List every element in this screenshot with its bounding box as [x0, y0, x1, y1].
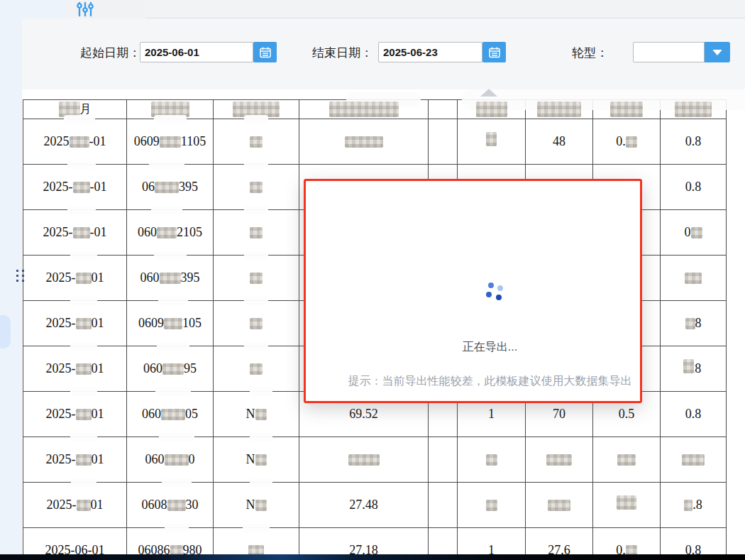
- table-cell: [429, 483, 458, 528]
- table-cell: 27.48: [299, 483, 429, 528]
- table-cell: N: [214, 392, 299, 437]
- cell-text: 01: [92, 316, 104, 331]
- cell-text: 060: [142, 407, 161, 422]
- cell-text: 060: [145, 452, 165, 467]
- cell-text: 01: [92, 452, 104, 467]
- table-cell: [526, 437, 593, 483]
- redacted-blur: [155, 182, 179, 193]
- redacted-blur: [77, 500, 91, 511]
- table-cell: 2025-01: [23, 437, 127, 483]
- cell-text: 0.8: [685, 180, 702, 194]
- redacted-blur: [250, 363, 263, 375]
- redacted-blur: [691, 227, 702, 238]
- collapse-chevron-up-icon[interactable]: [480, 89, 497, 97]
- redacted-blur: [76, 273, 92, 284]
- redacted-blur: [160, 136, 181, 148]
- redacted-blur: [76, 318, 92, 329]
- table-cell: 0600: [127, 437, 214, 483]
- redacted-blur: [255, 500, 267, 511]
- cell-text: 2025-: [43, 225, 73, 240]
- table-cell: [661, 256, 727, 301]
- tab-filter-panel[interactable]: [66, 0, 145, 18]
- partially-redacted-text: 0: [685, 361, 692, 376]
- end-date-calendar-button[interactable]: [482, 42, 506, 62]
- tab-bar: [0, 0, 745, 18]
- table-cell: 2025--01: [23, 165, 127, 210]
- filter-sliders-icon: [74, 1, 97, 17]
- cell-text: 30: [186, 498, 199, 512]
- redacted-blur: [537, 101, 581, 117]
- table-cell: [526, 483, 593, 528]
- table-row: 2025-01060830N27.480.5.8: [23, 483, 727, 528]
- cell-text: 060: [140, 270, 160, 285]
- end-date-label: 结束日期：: [312, 45, 372, 61]
- cell-text: 48: [553, 134, 565, 149]
- redacted-blur: [476, 101, 507, 117]
- start-date-calendar-button[interactable]: [253, 42, 277, 62]
- table-cell: 06005: [127, 392, 214, 437]
- table-cell: [458, 483, 526, 528]
- start-date-input[interactable]: [140, 42, 253, 62]
- table-cell: 2025-01: [23, 392, 127, 437]
- table-cell: 48: [526, 119, 593, 165]
- cell-text: 0: [685, 225, 691, 240]
- export-progress-dialog: 正在导出... 提示：当前导出性能较差，此模板建议使用大数据集导出: [304, 179, 642, 403]
- redacted-blur: [250, 318, 263, 329]
- table-cell: [458, 437, 526, 483]
- cell-text: 395: [181, 270, 200, 285]
- cell-text: 1105: [181, 134, 206, 149]
- cell-text: 395: [179, 180, 198, 194]
- table-cell: N: [214, 483, 299, 528]
- redacted-blur: [546, 454, 572, 466]
- table-cell: 2025-01: [23, 256, 127, 301]
- table-cell: [299, 437, 429, 483]
- cell-text: 0.: [616, 134, 626, 149]
- redacted-blur: [626, 136, 637, 148]
- redacted-blur: [675, 101, 712, 117]
- table-cell: 0.8: [661, 119, 727, 165]
- table-cell: [593, 437, 661, 483]
- redacted-blur: [165, 454, 189, 466]
- cell-text: 1: [488, 407, 495, 422]
- redacted-blur: [610, 101, 643, 117]
- table-cell: 0.: [593, 119, 661, 165]
- cell-text: 01: [92, 407, 104, 422]
- table-cell: [214, 119, 299, 165]
- table-cell: 0.8: [661, 165, 727, 210]
- redacted-blur: [685, 273, 702, 284]
- table-cell: [214, 210, 299, 256]
- cell-text: -01: [90, 225, 107, 240]
- cell-text: 27.48: [349, 498, 378, 512]
- end-date-input[interactable]: [378, 42, 482, 62]
- redacted-blur: [157, 227, 177, 238]
- redacted-blur: [548, 500, 570, 511]
- partially-redacted-text: 0.5: [619, 498, 635, 512]
- table-row: 2025-010600N: [23, 437, 727, 483]
- cell-text: 01: [92, 361, 104, 376]
- cell-text: 2025-: [47, 498, 77, 512]
- cell-text: 0.8: [685, 134, 702, 149]
- table-cell: 8: [661, 301, 727, 346]
- side-panel-handle[interactable]: [0, 315, 11, 348]
- calendar-icon: [259, 46, 272, 59]
- cell-text: 2025-: [46, 407, 76, 422]
- cell-text: 2025-: [46, 270, 76, 285]
- cell-text: 2025-: [46, 316, 76, 331]
- table-cell: .8: [661, 483, 727, 528]
- wheel-type-select[interactable]: [633, 42, 705, 62]
- cell-text: 2025: [44, 134, 70, 149]
- table-cell: N: [214, 437, 299, 483]
- redacted-blur: [250, 227, 263, 238]
- cell-text: 95: [184, 361, 197, 376]
- table-cell: 06395: [127, 165, 214, 210]
- redacted-blur: [160, 273, 181, 284]
- redacted-blur: [76, 409, 92, 420]
- drag-handle-icon[interactable]: [16, 270, 26, 284]
- wheel-type-dropdown-button[interactable]: [705, 42, 730, 62]
- table-cell: 06091105: [127, 119, 214, 165]
- cell-text: -01: [90, 180, 107, 194]
- cell-text: 05: [185, 407, 198, 422]
- table-cell: 2025--01: [23, 210, 127, 256]
- table-cell: 060830: [127, 483, 214, 528]
- cell-text: 0.5: [619, 407, 635, 422]
